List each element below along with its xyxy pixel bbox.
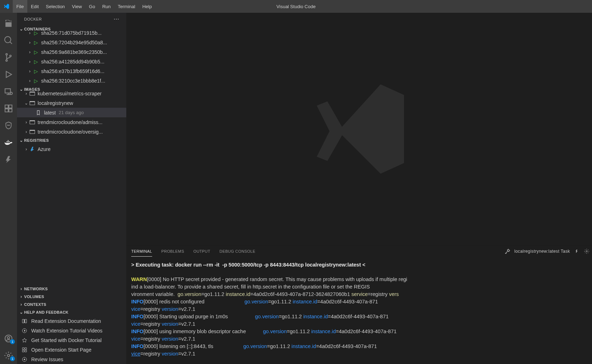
- terminal-info-tag: INFO: [131, 314, 144, 319]
- section-networks-label: NETWORKS: [24, 287, 48, 291]
- activity-accounts-icon[interactable]: 1: [0, 330, 17, 347]
- help-review-issues[interactable]: Review Issues: [17, 354, 126, 364]
- section-registries[interactable]: ⌄ REGISTRIES: [17, 136, 126, 144]
- settings-panel-icon[interactable]: [583, 248, 590, 254]
- chevron-right-icon: ›: [27, 30, 33, 35]
- tools-icon[interactable]: [504, 248, 511, 254]
- activity-extensions-icon[interactable]: [0, 100, 17, 117]
- menu-selection[interactable]: Selection: [42, 0, 68, 13]
- terminal-text: redis not configured: [158, 299, 204, 304]
- image-icon: [29, 129, 35, 135]
- activity-docker-icon[interactable]: [0, 134, 17, 151]
- panel-right-tools: localregistrynew:latest Task ⌁: [504, 248, 590, 254]
- section-contexts-label: CONTEXTS: [24, 302, 46, 307]
- terminal-val: =v2.7.1: [178, 351, 195, 357]
- svg-rect-11: [30, 130, 35, 131]
- container-item[interactable]: › ▷ sha256:7204b294e95d50a8...: [17, 38, 126, 47]
- image-tag-item[interactable]: latest 21 days ago: [17, 108, 126, 117]
- container-item[interactable]: › ▷ sha256:9a681be369c2350b...: [17, 47, 126, 57]
- tab-debug-console[interactable]: DEBUG CONSOLE: [220, 246, 255, 256]
- section-volumes[interactable]: › VOLUMES: [17, 293, 126, 301]
- activity-run-debug-icon[interactable]: [0, 66, 17, 83]
- images-tree: › kubernetesui/metrics-scraper ⌄ localre…: [17, 93, 126, 136]
- container-item[interactable]: › ▷ sha256:3210cc3e1bbb8e1f...: [17, 76, 126, 85]
- menu-edit[interactable]: Edit: [27, 0, 42, 13]
- menu-run[interactable]: Run: [99, 0, 114, 13]
- activity-azure-icon[interactable]: [0, 151, 17, 168]
- chevron-right-icon: ›: [27, 40, 33, 45]
- chevron-right-icon: ›: [27, 78, 33, 83]
- tag-age: 21 days ago: [59, 110, 84, 115]
- help-open-start-page[interactable]: Open Extension Start Page: [17, 345, 126, 354]
- help-read-docs[interactable]: Read Extension Documentation: [17, 316, 126, 326]
- image-item[interactable]: ⌄ localregistrynew: [17, 98, 126, 108]
- menu-file[interactable]: File: [13, 0, 27, 13]
- terminal-val: =4a0d2c6f-4493-407a-8712-3624827060b1: [250, 291, 352, 297]
- image-item[interactable]: › trendmicrocloudone/admiss...: [17, 117, 126, 127]
- terminal-val: =go1.11.2: [201, 291, 226, 297]
- tab-problems[interactable]: PROBLEMS: [161, 246, 184, 256]
- chevron-right-icon: ›: [27, 50, 33, 55]
- image-item[interactable]: › kubernetesui/metrics-scraper: [17, 89, 126, 98]
- help-watch-videos[interactable]: Watch Extension Tutorial Videos: [17, 326, 126, 335]
- accounts-badge: 1: [10, 339, 15, 344]
- terminal-output[interactable]: > Executing task: docker run --rm -it -p…: [126, 258, 592, 364]
- activity-explorer-icon[interactable]: [0, 15, 17, 32]
- terminal-ts: [0000]: [144, 329, 158, 334]
- help-item-label: Open Extension Start Page: [31, 347, 92, 353]
- menu-terminal[interactable]: Terminal: [114, 0, 139, 13]
- terminal-exec-line: > Executing task: docker run --rm -it -p…: [131, 262, 365, 268]
- chevron-right-icon: ›: [18, 286, 24, 291]
- container-label: sha256:9a681be369c2350b...: [41, 49, 107, 55]
- svg-rect-7: [30, 101, 35, 102]
- split-terminal-icon[interactable]: ⌁: [574, 248, 580, 254]
- container-item[interactable]: › ▷ sha256:e37b13fb659f16d6...: [17, 66, 126, 76]
- help-get-started[interactable]: Get Started with Docker Tutorial: [17, 335, 126, 345]
- tab-terminal[interactable]: TERMINAL: [131, 246, 152, 257]
- tag-label: latest: [44, 110, 56, 116]
- vscode-watermark-icon: [306, 76, 413, 182]
- activity-snyk-icon[interactable]: [0, 117, 17, 134]
- menu-view[interactable]: View: [68, 0, 85, 13]
- activity-source-control-icon[interactable]: [0, 49, 17, 66]
- menu-help[interactable]: Help: [139, 0, 155, 13]
- section-networks[interactable]: › NETWORKS: [17, 285, 126, 293]
- svg-point-2: [7, 337, 10, 339]
- terminal-pad: [228, 314, 255, 319]
- chevron-down-icon: ⌄: [18, 138, 24, 143]
- section-contexts[interactable]: › CONTEXTS: [17, 301, 126, 308]
- section-registries-label: REGISTRIES: [24, 138, 49, 142]
- settings-badge: 1: [10, 356, 15, 361]
- sidebar: DOCKER ⋯ ⌄ CONTAINERS › ▷ sha256:71d075b…: [17, 13, 126, 364]
- tab-output[interactable]: OUTPUT: [193, 246, 210, 256]
- chevron-right-icon: ›: [27, 69, 33, 74]
- terminal-key: instance.id: [311, 329, 336, 334]
- image-label: kubernetesui/metrics-scraper: [38, 91, 102, 96]
- terminal-val: =go1.11.2: [279, 314, 303, 319]
- terminal-task-label[interactable]: localregistrynew:latest Task: [514, 249, 570, 254]
- sidebar-more-icon[interactable]: ⋯: [114, 16, 120, 22]
- terminal-key: version: [162, 306, 178, 312]
- activity-search-icon[interactable]: [0, 32, 17, 49]
- container-item[interactable]: › ▷ sha256:71d075bd71915b...: [17, 28, 126, 38]
- svg-rect-9: [30, 121, 35, 121]
- terminal-text: Starting upload purge in 1m0s: [158, 314, 228, 319]
- chevron-right-icon: ›: [23, 147, 29, 152]
- image-icon: [29, 100, 35, 106]
- terminal-val: =registry: [140, 306, 162, 312]
- image-item[interactable]: › trendmicrocloudone/oversig...: [17, 127, 126, 136]
- container-label: sha256:71d075bd71915b...: [41, 30, 102, 36]
- menu-go[interactable]: Go: [85, 0, 99, 13]
- image-icon: [29, 91, 35, 96]
- section-help[interactable]: ⌄ HELP AND FEEDBACK: [17, 308, 126, 316]
- terminal-val: =4a0d2c6f-4493-407a-871: [336, 329, 397, 334]
- activity-settings-icon[interactable]: 1: [0, 347, 17, 364]
- activity-remote-icon[interactable]: [0, 83, 17, 100]
- editor-area: TERMINAL PROBLEMS OUTPUT DEBUG CONSOLE l…: [126, 13, 592, 364]
- container-item[interactable]: › ▷ sha256:a41285dd94b90b5...: [17, 57, 126, 66]
- registry-item[interactable]: › Azure: [17, 144, 126, 154]
- terminal-pad: [213, 343, 243, 349]
- terminal-text: listening on [::]:8443, tls: [158, 343, 213, 349]
- registry-label: Azure: [38, 146, 51, 152]
- containers-tree: › ▷ sha256:71d075bd71915b... › ▷ sha256:…: [17, 33, 126, 85]
